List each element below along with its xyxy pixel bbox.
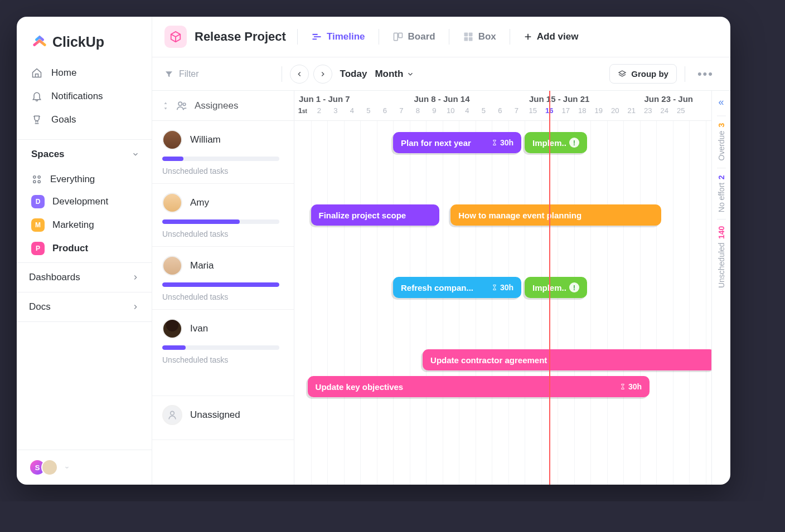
collapse-rail-button[interactable]: «: [718, 96, 724, 108]
add-view-button[interactable]: Add view: [521, 28, 581, 46]
groupby-button[interactable]: Group by: [609, 64, 677, 84]
unscheduled-link[interactable]: Unscheduled tasks: [162, 355, 284, 364]
task-bar[interactable]: Implem..!: [525, 132, 587, 153]
day-label: 6: [377, 106, 394, 115]
groupby-label: Group by: [631, 69, 668, 79]
sidebar: ClickUp Home Notifications Goals Spaces …: [17, 17, 152, 485]
unscheduled-link[interactable]: Unscheduled tasks: [162, 292, 284, 301]
chevron-right-icon: [132, 303, 139, 311]
day-label: 4: [344, 106, 361, 115]
grid-icon: [463, 31, 474, 42]
assignee-row[interactable]: AmyUnscheduled tasks: [152, 184, 294, 247]
space-item-marketing[interactable]: MMarketing: [17, 213, 152, 237]
day-label: 24: [656, 106, 673, 115]
day-label: 15: [525, 106, 541, 115]
board-icon: [392, 31, 404, 42]
assignee-row[interactable]: IvanUnscheduled tasks: [152, 310, 294, 396]
prev-button[interactable]: [290, 65, 309, 84]
project-title: Release Project: [195, 30, 286, 44]
warning-badge: !: [569, 138, 579, 148]
task-hours: 30h: [619, 382, 642, 391]
date-header: Jun 1 - Jun 7Jun 8 - Jun 14Jun 15 - Jun …: [294, 91, 711, 121]
assignee-row[interactable]: WilliamUnscheduled tasks: [152, 121, 294, 184]
docs-row[interactable]: Docs: [17, 292, 152, 322]
timeline-grid[interactable]: Jun 1 - Jun 7Jun 8 - Jun 14Jun 15 - Jun …: [294, 91, 711, 485]
nav-home[interactable]: Home: [17, 61, 152, 85]
chevron-down-icon: [132, 150, 139, 158]
box-icon: [169, 31, 182, 43]
task-bar[interactable]: Implem..!: [525, 277, 587, 298]
assignee-row[interactable]: Unassigned: [152, 396, 294, 440]
nav-goals[interactable]: Goals: [17, 108, 152, 131]
tab-board[interactable]: Board: [390, 28, 438, 46]
svg-point-10: [178, 102, 182, 105]
svg-rect-8: [464, 37, 468, 41]
svg-point-3: [38, 180, 40, 183]
user-avatars[interactable]: S: [29, 459, 58, 476]
rail-noeffort-label: No effort: [717, 182, 726, 212]
divider: [510, 29, 510, 45]
tab-timeline[interactable]: Timeline: [309, 28, 367, 46]
unscheduled-link[interactable]: Unscheduled tasks: [162, 167, 284, 175]
task-label: Finalize project scope: [319, 211, 406, 220]
spaces-header[interactable]: Spaces: [17, 139, 152, 167]
task-bar[interactable]: Update key objectives30h: [308, 376, 650, 397]
brand-name: ClickUp: [52, 34, 104, 50]
task-bar[interactable]: Finalize project scope: [311, 204, 439, 226]
task-bar[interactable]: Plan for next year30h: [393, 132, 521, 153]
trophy-icon: [31, 114, 42, 125]
day-label: 21: [623, 106, 640, 115]
tab-box[interactable]: Box: [461, 28, 498, 46]
range-selector[interactable]: Month: [375, 69, 414, 80]
brand-logo[interactable]: ClickUp: [17, 26, 152, 61]
caret-down-icon[interactable]: [64, 464, 70, 471]
next-button[interactable]: [313, 65, 332, 84]
rail-noeffort[interactable]: No effort 2: [717, 168, 726, 219]
svg-point-1: [38, 176, 40, 178]
task-bar[interactable]: Refresh compan...30h: [393, 277, 521, 298]
space-item-development[interactable]: DDevelopment: [17, 190, 152, 213]
tab-board-label: Board: [408, 31, 435, 42]
space-badge: M: [31, 218, 45, 232]
project-icon[interactable]: [164, 26, 187, 48]
hourglass-icon: [491, 284, 498, 291]
avatar: [162, 130, 182, 150]
svg-rect-9: [468, 37, 472, 41]
progress-bar: [162, 282, 279, 287]
space-label: Development: [52, 196, 108, 207]
topbar: Release Project Timeline Board Box Add v…: [152, 17, 730, 57]
avatar: [162, 319, 182, 339]
space-everything[interactable]: Everything: [17, 169, 152, 190]
day-label: 9: [426, 106, 443, 115]
assignee-row[interactable]: MariaUnscheduled tasks: [152, 247, 294, 310]
space-item-product[interactable]: PProduct: [17, 237, 152, 260]
assignee-header[interactable]: Assignees: [152, 91, 294, 121]
today-button[interactable]: Today: [340, 69, 367, 80]
space-label: Marketing: [52, 219, 94, 231]
task-hours: 30h: [491, 283, 513, 292]
sort-icon: [162, 101, 169, 110]
rail-unscheduled[interactable]: Unscheduled 140: [717, 219, 726, 295]
filter-button[interactable]: Filter: [164, 69, 199, 79]
chevron-left-icon: [295, 70, 303, 78]
space-label: Product: [52, 243, 88, 254]
task-bar[interactable]: How to manage event planning: [450, 204, 661, 226]
spaces-list: Everything DDevelopmentMMarketingPProduc…: [17, 167, 152, 262]
tab-timeline-label: Timeline: [327, 31, 365, 42]
chevron-down-icon: [406, 70, 414, 78]
timeline-view: Assignees WilliamUnscheduled tasksAmyUns…: [152, 91, 730, 485]
rail-unscheduled-label: Unscheduled: [717, 242, 726, 288]
day-label: 17: [558, 106, 574, 115]
more-button[interactable]: •••: [693, 67, 718, 81]
chevron-right-icon: [319, 70, 327, 78]
day-label: 19: [590, 106, 607, 115]
rail-overdue[interactable]: Overdue 3: [717, 116, 726, 168]
rail-overdue-label: Overdue: [717, 131, 726, 161]
day-label: 5: [476, 106, 492, 115]
unscheduled-link[interactable]: Unscheduled tasks: [162, 230, 284, 238]
dashboards-row[interactable]: Dashboards: [17, 262, 152, 292]
day-label: 3: [327, 106, 344, 115]
task-bar[interactable]: Update contractor agreement: [423, 349, 711, 370]
nav-notifications[interactable]: Notifications: [17, 85, 152, 108]
right-rail: « Overdue 3 No effort 2 Unscheduled 140: [711, 91, 730, 485]
